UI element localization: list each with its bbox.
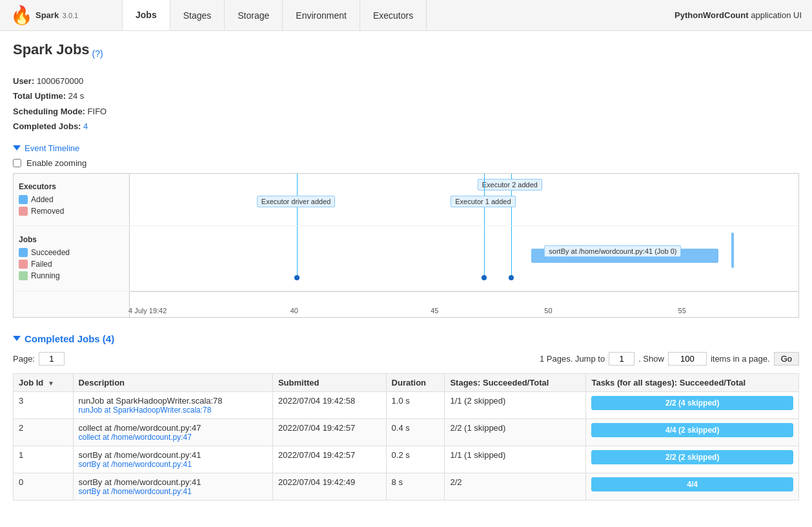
desc-link[interactable]: sortBy at /home/wordcount.py:41 xyxy=(79,487,267,496)
job-dot-2 xyxy=(482,275,487,280)
legend-added-box xyxy=(19,195,28,204)
pages-info: 1 Pages. Jump to xyxy=(540,354,605,364)
cell-job-id: 1 xyxy=(14,446,74,473)
completed-jobs-count[interactable]: 4 xyxy=(83,121,88,131)
uptime-label: Total Uptime: xyxy=(13,91,66,101)
legend-removed: Removed xyxy=(19,207,124,216)
cell-submitted: 2022/07/04 19:42:58 xyxy=(272,391,386,418)
logo-text: Spark xyxy=(36,10,59,20)
table-row: 0 sortBy at /home/wordcount.py:41 sortBy… xyxy=(14,473,799,500)
col-duration: Duration xyxy=(386,373,445,391)
executor1-tooltip: Executor 1 added xyxy=(451,196,515,207)
app-header: 🔥 Spark 3.0.1 Jobs Stages Storage Enviro… xyxy=(0,0,812,31)
axis-tick-55: 55 xyxy=(678,307,686,315)
col-job-id[interactable]: Job Id ▼ xyxy=(14,373,74,391)
desc-link[interactable]: collect at /home/wordcount.py:47 xyxy=(79,433,267,442)
user-label: User: xyxy=(13,76,34,86)
page-input[interactable] xyxy=(39,352,65,366)
main-content: Spark Jobs (?) User: 1000670000 Total Up… xyxy=(0,31,812,511)
help-link[interactable]: (?) xyxy=(92,48,103,59)
timeline-axis-row: 4 July 19:42 40 45 50 55 xyxy=(14,291,798,317)
cell-stages: 1/1 (1 skipped) xyxy=(445,446,586,473)
legend-failed-box xyxy=(19,260,28,269)
col-stages: Stages: Succeeded/Total xyxy=(445,373,586,391)
cell-stages: 1/1 (2 skipped) xyxy=(445,391,586,418)
axis-tick-40: 40 xyxy=(290,307,298,315)
event-timeline-toggle[interactable]: Event Timeline xyxy=(13,143,799,153)
pagination-left: Page: xyxy=(13,352,65,366)
show-count-input[interactable] xyxy=(668,352,707,366)
pagination-bar: Page: 1 Pages. Jump to . Show items in a… xyxy=(13,352,799,366)
user-row: User: 1000670000 xyxy=(13,74,799,88)
desc-main: runJob at SparkHadoopWriter.scala:78 xyxy=(79,396,223,406)
cell-description: collect at /home/wordcount.py:47 collect… xyxy=(73,418,272,446)
go-button[interactable]: Go xyxy=(774,352,799,366)
cell-submitted: 2022/07/04 19:42:49 xyxy=(272,473,386,500)
nav-tab-storage[interactable]: Storage xyxy=(225,0,283,30)
cell-tasks: 2/2 (2 skipped) xyxy=(586,446,799,473)
executor2-tooltip: Executor 2 added xyxy=(478,179,542,191)
completed-jobs-title: Completed Jobs (4) xyxy=(25,333,114,344)
timeline-container: Executors Added Removed Executor driver … xyxy=(13,173,799,318)
cell-duration: 0.4 s xyxy=(386,418,445,446)
enable-zoom-checkbox[interactable] xyxy=(13,159,21,167)
legend-succeeded-label: Succeeded xyxy=(31,248,70,257)
completed-jobs-row: Completed Jobs: 4 xyxy=(13,119,799,134)
spark-logo-icon: 🔥 xyxy=(10,5,33,26)
axis-tick-50: 50 xyxy=(544,307,552,315)
completed-triangle-icon xyxy=(13,336,21,341)
axis-tick-45: 45 xyxy=(431,307,438,315)
legend-added-label: Added xyxy=(31,195,54,204)
nav-tab-jobs[interactable]: Jobs xyxy=(123,0,170,30)
logo-area: 🔥 Spark 3.0.1 xyxy=(0,0,123,30)
legend-added: Added xyxy=(19,195,124,204)
legend-running-label: Running xyxy=(31,271,60,280)
desc-main: sortBy at /home/wordcount.py:41 xyxy=(79,450,201,460)
legend-succeeded: Succeeded xyxy=(19,248,124,257)
axis-tick-0: 4 July 19:42 xyxy=(128,307,167,315)
tasks-progress-bar: 2/2 (2 skipped) xyxy=(591,450,793,464)
nav-tab-stages[interactable]: Stages xyxy=(170,0,225,30)
cell-job-id: 3 xyxy=(14,391,74,418)
enable-zoom-row: Enable zooming xyxy=(13,158,799,168)
legend-failed: Failed xyxy=(19,260,124,269)
triangle-down-icon xyxy=(13,145,21,150)
job-vline-3 xyxy=(511,226,512,278)
executors-section-name: Executors xyxy=(19,182,124,191)
jobs-table: Job Id ▼ Description Submitted Duration … xyxy=(13,373,799,501)
col-description: Description xyxy=(73,373,272,391)
legend-running-box xyxy=(19,271,28,280)
uptime-row: Total Uptime: 24 s xyxy=(13,88,799,103)
legend-running: Running xyxy=(19,271,124,280)
tasks-progress-bar: 2/2 (4 skipped) xyxy=(591,396,793,410)
nav-tab-executors[interactable]: Executors xyxy=(360,0,427,30)
legend-removed-box xyxy=(19,207,28,216)
nav-tab-environment[interactable]: Environment xyxy=(283,0,360,30)
job0-tooltip: sortBy at /home/wordcount.py:41 (Job 0) xyxy=(544,245,681,257)
app-subtitle: application UI xyxy=(751,10,802,20)
cell-duration: 0.2 s xyxy=(386,446,445,473)
tasks-progress-bar: 4/4 xyxy=(591,477,793,491)
legend-removed-label: Removed xyxy=(31,207,64,216)
items-label: items in a page. xyxy=(711,354,770,364)
table-row: 2 collect at /home/wordcount.py:47 colle… xyxy=(14,418,799,446)
app-title: PythonWordCount application UI xyxy=(675,10,812,20)
table-row: 1 sortBy at /home/wordcount.py:41 sortBy… xyxy=(14,446,799,473)
desc-link[interactable]: sortBy at /home/wordcount.py:41 xyxy=(79,460,267,469)
desc-link[interactable]: runJob at SparkHadoopWriter.scala:78 xyxy=(79,406,267,415)
axis-label-spacer xyxy=(14,291,130,317)
tasks-progress-fill: 2/2 (4 skipped) xyxy=(591,396,793,410)
completed-jobs-toggle[interactable]: Completed Jobs (4) xyxy=(13,333,799,344)
jobs-timeline-canvas: sortBy at /home/wordcount.py:41 (Job 0) xyxy=(130,226,798,291)
cell-description: runJob at SparkHadoopWriter.scala:78 run… xyxy=(73,391,272,418)
pagination-right: 1 Pages. Jump to . Show items in a page.… xyxy=(540,352,799,366)
uptime-value: 24 s xyxy=(68,91,85,101)
cell-description: sortBy at /home/wordcount.py:41 sortBy a… xyxy=(73,473,272,500)
executor-timeline-canvas: Executor driver added Executor 2 added E… xyxy=(130,174,798,225)
app-name: PythonWordCount xyxy=(675,10,749,20)
cell-description: sortBy at /home/wordcount.py:41 sortBy a… xyxy=(73,446,272,473)
job-vline-1 xyxy=(297,226,298,278)
cell-submitted: 2022/07/04 19:42:57 xyxy=(272,446,386,473)
cell-duration: 8 s xyxy=(386,473,445,500)
jump-to-input[interactable] xyxy=(609,352,634,366)
